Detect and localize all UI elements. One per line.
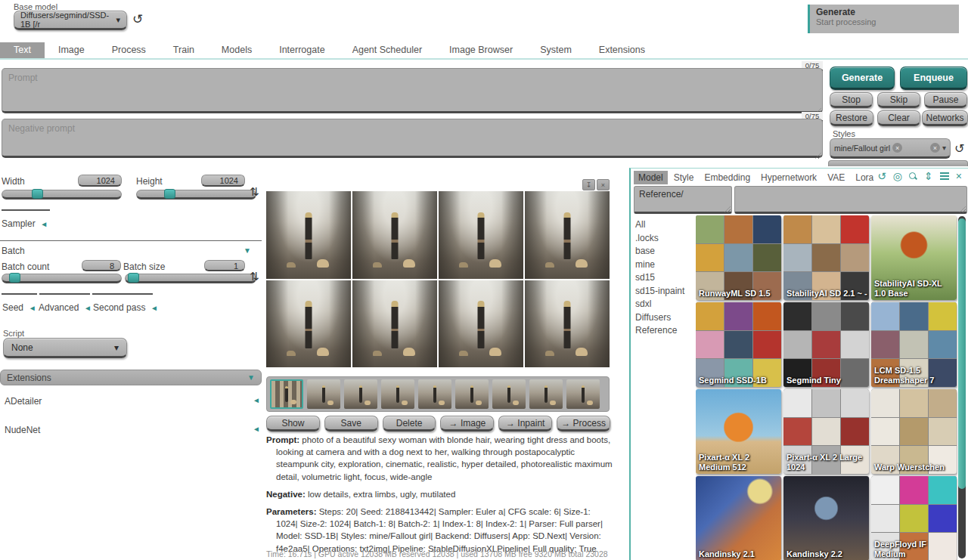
gallery-action-button[interactable]: Delete [383,416,436,432]
gallery-thumbnail[interactable] [270,379,303,409]
networks-tab[interactable]: Embedding [700,171,755,184]
refresh-styles-icon[interactable]: ↺ [954,141,964,156]
model-card[interactable]: Warp Wuerstchen [871,389,957,474]
search-icon[interactable] [909,172,917,181]
generated-image[interactable] [266,280,351,368]
batch-count-slider-handle[interactable] [9,273,20,283]
gallery-thumbnail[interactable] [418,379,451,409]
main-tab[interactable]: Process [98,42,160,58]
networks-folder-item[interactable]: sd15 [635,271,696,285]
networks-folder-item[interactable]: sd15-inpaint [635,285,696,299]
close-gallery-button[interactable]: × [597,179,610,190]
model-card[interactable]: DeepFloyd IF Medium [871,476,957,560]
networks-description-input[interactable] [734,186,967,214]
advanced-accordion[interactable]: Advanced ◄ [39,302,92,313]
networks-tab[interactable]: VAE [823,171,849,184]
view-list-icon[interactable] [940,172,949,180]
main-tab[interactable]: Train [160,42,208,58]
networks-folder-item[interactable]: mine [635,258,696,272]
model-card[interactable]: StabilityAI SD 2.1 ~ - [783,215,869,300]
refresh-networks-icon[interactable]: ↺ [877,171,886,181]
script-dropdown[interactable]: None ▾ [3,338,127,358]
gallery-thumbnail[interactable] [492,379,526,409]
gallery-action-button[interactable]: Show [266,416,320,432]
batch-accordion-label[interactable]: Batch [2,246,25,256]
model-card[interactable]: Kandinsky 2.1 [696,476,781,560]
networks-tab[interactable]: Lora [851,171,878,184]
model-card[interactable]: Kandinsky 2.2 [783,476,869,560]
networks-folder-item[interactable]: Reference [635,324,696,338]
main-tab[interactable]: Text [0,42,45,58]
sort-icon[interactable]: ⇕ [924,171,933,181]
batch-size-value[interactable]: 1 [204,260,245,271]
networks-button[interactable]: Networks [922,110,968,126]
main-tab[interactable]: Extensions [585,42,659,58]
collapse-down-icon[interactable]: ▼ [244,246,251,255]
model-card[interactable]: StabilityAI SD-XL 1.0 Base [871,215,957,300]
generated-image[interactable] [525,191,610,279]
batch-size-slider[interactable] [125,274,256,283]
width-slider[interactable] [2,190,122,200]
enqueue-button[interactable]: Enqueue [900,67,967,90]
second-pass-accordion[interactable]: Second pass ◄ [93,302,158,313]
model-card[interactable]: LCM SD-1.5 Dreamshaper 7 [871,302,957,387]
generated-image[interactable] [352,191,437,279]
clear-styles-icon[interactable]: × [930,143,940,153]
main-tab[interactable]: Models [208,42,265,58]
batch-size-slider-handle[interactable] [128,273,139,283]
width-value[interactable]: 1024 [78,175,122,187]
gallery-thumbnail[interactable] [344,379,377,409]
networks-tab[interactable]: Hypernetwork [756,171,821,184]
width-slider-handle[interactable] [32,189,43,199]
networks-search-input[interactable]: Reference/ [634,186,732,214]
pause-button[interactable]: Pause [924,92,967,108]
generated-image[interactable] [352,280,437,368]
clear-button[interactable]: Clear [877,110,920,126]
sampler-accordion[interactable]: Sampler ◄ [2,218,48,229]
generated-image[interactable] [266,191,351,279]
height-slider-handle[interactable] [164,189,175,199]
skip-button[interactable]: Skip [877,92,920,108]
generated-image[interactable] [439,191,523,279]
remove-style-icon[interactable]: × [892,143,902,153]
adetailer-accordion[interactable]: ADetailer ◄ [5,396,260,407]
gallery-thumbnail[interactable] [455,379,489,409]
gallery-thumbnail[interactable] [381,379,414,409]
main-tab[interactable]: Interrogate [265,42,338,58]
gallery-thumbnail[interactable] [529,379,563,409]
chevron-down-icon[interactable]: ▾ [942,144,946,152]
refresh-model-icon[interactable]: ↺ [132,11,143,27]
seed-accordion[interactable]: Seed ◄ [2,302,36,313]
gallery-action-button[interactable]: → Image [440,416,494,432]
swap-dimensions-icon[interactable]: ⇅ [250,185,259,199]
main-tab[interactable]: Image Browser [436,42,526,58]
model-card[interactable]: Pixart-α XL 2 Medium 512 [696,389,781,474]
gallery-thumbnail[interactable] [566,379,600,409]
main-tab[interactable]: Image [45,42,98,58]
download-image-button[interactable]: ↧ [582,179,595,190]
main-tab[interactable]: System [526,42,585,58]
networks-folder-item[interactable]: Diffusers [635,311,696,325]
batch-count-value[interactable]: 8 [82,260,121,271]
gallery-action-button[interactable]: Save [324,416,378,432]
model-card[interactable]: Pixart-α XL 2 Large 1024 [783,389,869,474]
gallery-action-button[interactable]: → Process [557,416,610,432]
networks-folder-item[interactable]: base [635,245,696,258]
scan-icon[interactable]: ◎ [893,171,902,181]
batch-count-slider[interactable] [2,274,122,283]
styles-dropdown[interactable]: mine/Fallout girl × × ▾ [830,138,951,159]
height-slider[interactable] [136,190,256,200]
close-panel-icon[interactable]: × [956,171,962,181]
model-card[interactable]: RunwayML SD 1.5 [696,215,781,300]
networks-tab[interactable]: Model [634,171,668,184]
networks-folder-item[interactable]: .locks [635,232,696,246]
generate-button[interactable]: Generate [830,67,895,90]
height-value[interactable]: 1024 [201,175,245,187]
generated-image[interactable] [439,280,523,368]
stop-button[interactable]: Stop [830,92,873,108]
scrollbar-thumb[interactable] [958,218,966,489]
model-card[interactable]: Segmind SSD-1B [696,302,781,387]
prompt-input[interactable] [2,68,823,113]
nudenet-accordion[interactable]: NudeNet ◄ [5,425,260,435]
networks-folder-item[interactable]: sdxl [635,298,696,311]
